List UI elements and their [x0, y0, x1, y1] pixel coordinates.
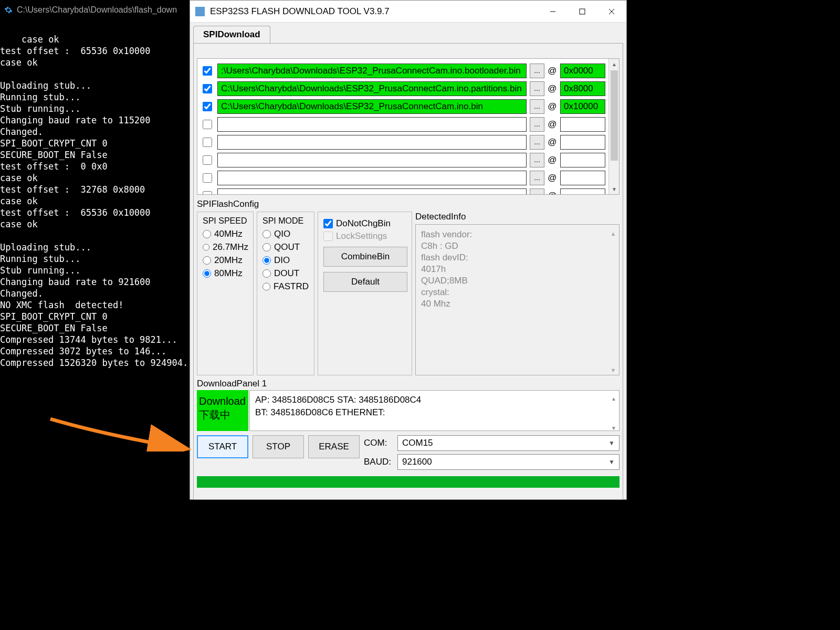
- file-address-input[interactable]: [560, 171, 605, 185]
- file-enable-checkbox[interactable]: [203, 66, 212, 76]
- file-browse-button[interactable]: ...: [530, 99, 544, 114]
- spi-mode-option[interactable]: FASTRD: [262, 281, 309, 292]
- file-browse-button[interactable]: ...: [530, 64, 544, 78]
- file-path-input[interactable]: [217, 135, 527, 150]
- gear-icon: [4, 6, 13, 14]
- scroll-down-icon[interactable]: ▼: [610, 364, 617, 372]
- file-browse-button[interactable]: ...: [530, 81, 544, 96]
- spi-mode-option[interactable]: QOUT: [262, 242, 309, 253]
- spi-speed-option[interactable]: 40MHz: [203, 229, 248, 239]
- at-symbol: @: [548, 119, 557, 130]
- spi-mode-option[interactable]: QIO: [262, 229, 309, 239]
- default-button[interactable]: Default: [323, 272, 407, 292]
- file-enable-checkbox[interactable]: [203, 173, 212, 183]
- file-address-input[interactable]: 0x10000: [560, 99, 605, 114]
- file-row: ...@: [201, 169, 605, 187]
- spi-mode-option[interactable]: DIO: [262, 255, 309, 266]
- file-address-input[interactable]: [560, 188, 605, 195]
- combinebin-button[interactable]: CombineBin: [323, 247, 407, 267]
- file-row: :\Users\Charybda\Downloads\ESP32_PrusaCo…: [201, 62, 605, 80]
- spi-mode-group: SPI MODE QIOQOUTDIODOUTFASTRD: [257, 212, 314, 375]
- window-title: ESP32S3 FLASH DOWNLOAD TOOL V3.9.7: [210, 6, 390, 17]
- donotchgbin-checkbox[interactable]: DoNotChgBin: [323, 218, 406, 229]
- at-symbol: @: [548, 101, 557, 112]
- file-row: C:\Users\Charybda\Downloads\ESP32_PrusaC…: [201, 98, 605, 116]
- file-path-input[interactable]: [217, 153, 527, 167]
- locksettings-checkbox[interactable]: LockSettings: [323, 231, 406, 242]
- scroll-down-icon[interactable]: ▼: [611, 422, 617, 428]
- scroll-down-icon[interactable]: ▼: [609, 184, 620, 194]
- tab-spidownload[interactable]: SPIDownload: [193, 26, 270, 44]
- file-path-input[interactable]: :\Users\Charybda\Downloads\ESP32_PrusaCo…: [217, 64, 527, 78]
- spi-speed-option[interactable]: 26.7MHz: [203, 242, 248, 253]
- baud-select[interactable]: 921600 ▼: [397, 454, 620, 470]
- file-address-input[interactable]: [560, 135, 605, 150]
- file-enable-checkbox[interactable]: [203, 84, 212, 93]
- download-info: AP: 3485186D08C5 STA: 3485186D08C4 BT: 3…: [249, 390, 620, 431]
- file-path-input[interactable]: C:\Users\Charybda\Downloads\ESP32_PrusaC…: [217, 99, 527, 114]
- svg-rect-0: [580, 9, 585, 14]
- options-group: DoNotChgBin LockSettings CombineBin Defa…: [318, 212, 412, 375]
- download-panel-title: DownloadPanel 1: [197, 379, 620, 389]
- com-select[interactable]: COM15 ▼: [397, 435, 620, 451]
- tab-bar: SPIDownload: [190, 23, 626, 44]
- at-symbol: @: [548, 83, 557, 94]
- close-button[interactable]: [597, 1, 626, 22]
- chevron-down-icon: ▼: [608, 439, 615, 447]
- file-address-input[interactable]: 0x0000: [560, 64, 605, 78]
- file-enable-checkbox[interactable]: [203, 155, 212, 165]
- annotation-arrow: [45, 410, 192, 452]
- spi-mode-title: SPI MODE: [262, 216, 309, 226]
- file-path-input[interactable]: [217, 117, 527, 132]
- progress-bar: [197, 476, 620, 488]
- spi-speed-option[interactable]: 20MHz: [203, 255, 248, 266]
- spi-speed-title: SPI SPEED: [203, 216, 248, 226]
- file-rows-scrollbar[interactable]: ▲ ▼: [608, 59, 619, 194]
- file-address-input[interactable]: [560, 117, 605, 132]
- erase-button[interactable]: ERASE: [308, 435, 360, 458]
- file-browse-button[interactable]: ...: [530, 135, 544, 150]
- chevron-down-icon: ▼: [608, 458, 615, 466]
- spi-flash-config: SPIFlashConfig SPI SPEED 40MHz26.7MHz20M…: [197, 197, 620, 375]
- download-status: Download 下载中: [197, 390, 248, 431]
- file-browse-button[interactable]: ...: [530, 188, 544, 195]
- file-path-input[interactable]: [217, 171, 527, 185]
- stop-button[interactable]: STOP: [253, 435, 304, 458]
- maximize-button[interactable]: [568, 1, 597, 22]
- file-browse-button[interactable]: ...: [530, 117, 544, 132]
- detected-info-group: DetectedInfo flash vendor: C8h : GD flas…: [415, 212, 620, 375]
- scroll-thumb[interactable]: [611, 70, 618, 161]
- spi-speed-group: SPI SPEED 40MHz26.7MHz20MHz80MHz: [197, 212, 254, 375]
- start-button[interactable]: START: [197, 435, 248, 458]
- scroll-up-icon[interactable]: ▲: [609, 59, 620, 69]
- file-browse-button[interactable]: ...: [530, 153, 544, 167]
- file-row: C:\Users\Charybda\Downloads\ESP32_PrusaC…: [201, 80, 605, 98]
- file-row: ...@: [201, 151, 605, 169]
- spi-mode-option[interactable]: DOUT: [262, 268, 309, 279]
- scroll-up-icon[interactable]: ▲: [611, 393, 617, 399]
- file-address-input[interactable]: 0x8000: [560, 81, 605, 96]
- file-enable-checkbox[interactable]: [203, 102, 212, 111]
- com-label: COM:: [364, 438, 392, 448]
- flash-tool-window: ESP32S3 FLASH DOWNLOAD TOOL V3.9.7 SPIDo…: [190, 0, 627, 500]
- at-symbol: @: [548, 155, 557, 165]
- file-path-input[interactable]: [217, 188, 527, 195]
- at-symbol: @: [548, 137, 557, 148]
- file-path-input[interactable]: C:\Users\Charybda\Downloads\ESP32_PrusaC…: [217, 81, 527, 96]
- at-symbol: @: [548, 173, 557, 183]
- app-icon: [195, 7, 205, 16]
- file-enable-checkbox[interactable]: [203, 191, 212, 195]
- file-rows-panel: :\Users\Charybda\Downloads\ESP32_PrusaCo…: [197, 58, 620, 195]
- file-browse-button[interactable]: ...: [530, 171, 544, 185]
- main-titlebar: ESP32S3 FLASH DOWNLOAD TOOL V3.9.7: [190, 1, 626, 23]
- file-address-input[interactable]: [560, 153, 605, 167]
- file-enable-checkbox[interactable]: [203, 138, 212, 147]
- scroll-up-icon[interactable]: ▲: [610, 228, 617, 235]
- at-symbol: @: [548, 191, 557, 195]
- detected-info-title: DetectedInfo: [415, 212, 620, 222]
- spi-speed-option[interactable]: 80MHz: [203, 268, 248, 279]
- file-row: ...@: [201, 133, 605, 151]
- at-symbol: @: [548, 66, 557, 76]
- minimize-button[interactable]: [538, 1, 568, 22]
- file-enable-checkbox[interactable]: [203, 120, 212, 129]
